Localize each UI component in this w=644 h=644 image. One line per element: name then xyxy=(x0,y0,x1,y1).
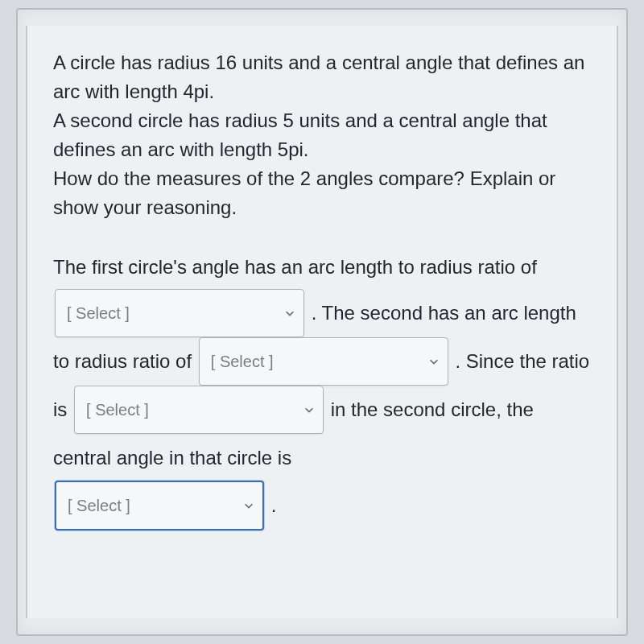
select-placeholder: [ Select ] xyxy=(68,487,130,524)
question-line-1: A circle has radius 16 units and a centr… xyxy=(53,52,584,102)
select-placeholder: [ Select ] xyxy=(67,295,130,332)
question-line-2: A second circle has radius 5 units and a… xyxy=(53,109,547,160)
select-ratio-2[interactable]: [ Select ] xyxy=(199,337,448,386)
question-line-3: How do the measures of the 2 angles comp… xyxy=(53,167,555,218)
chevron-down-icon xyxy=(243,500,254,511)
select-central-angle[interactable]: [ Select ] xyxy=(55,481,264,530)
answer-segment-5: . xyxy=(271,494,277,516)
answer-flow: The first circle's angle has an arc leng… xyxy=(53,243,591,530)
select-placeholder: [ Select ] xyxy=(86,391,149,428)
content-panel: A circle has radius 16 units and a centr… xyxy=(26,26,618,618)
select-ratio-1[interactable]: [ Select ] xyxy=(55,289,304,337)
question-text: A circle has radius 16 units and a centr… xyxy=(53,48,591,222)
chevron-down-icon xyxy=(428,356,440,367)
select-placeholder: [ Select ] xyxy=(211,343,274,380)
chevron-down-icon xyxy=(284,308,295,319)
answer-segment-1: The first circle's angle has an arc leng… xyxy=(53,256,537,278)
question-frame: A circle has radius 16 units and a centr… xyxy=(16,8,628,636)
select-ratio-compare[interactable]: [ Select ] xyxy=(74,386,324,434)
chevron-down-icon xyxy=(303,404,315,415)
